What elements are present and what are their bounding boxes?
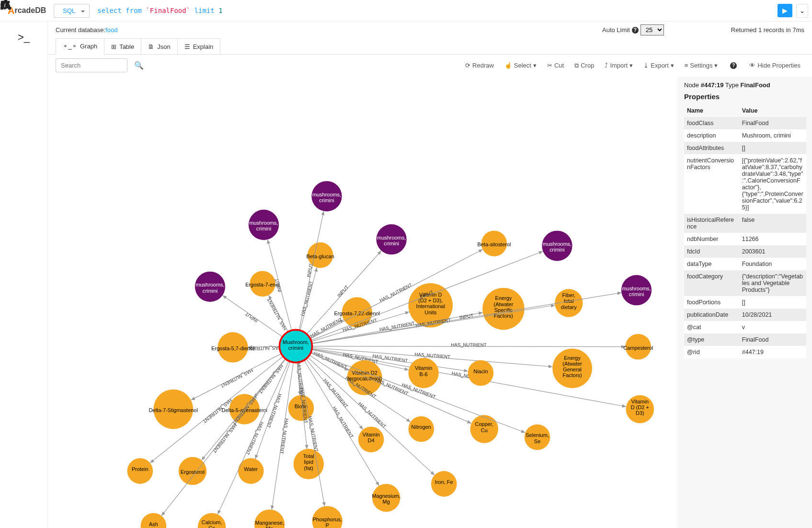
graph-node[interactable] — [431, 471, 457, 497]
graph-node[interactable] — [311, 181, 342, 211]
upload-icon: ⤴ — [605, 62, 608, 69]
property-row: foodPortions[] — [684, 296, 806, 309]
graph-node[interactable] — [468, 360, 494, 386]
graph-icon: ⚬⎯⚬ — [63, 43, 77, 50]
property-name: foodAttributes — [684, 142, 739, 154]
search-button[interactable]: 🔍 — [130, 59, 148, 72]
graph-node[interactable] — [481, 230, 507, 256]
graph-node[interactable] — [552, 348, 592, 388]
status-row: Current database: food Auto Limit ? 25 R… — [48, 22, 812, 38]
graph-canvas[interactable]: HAS_NUTRIENTBeta-glucanHAS_NUTRIENTErgos… — [48, 77, 678, 528]
property-value: 2003601 — [739, 245, 806, 258]
property-name: @cat — [684, 321, 739, 333]
language-select[interactable]: SQL — [54, 4, 90, 18]
view-tabs: ⚬⎯⚬Graph ⊞Table 🗎Json ☰Explain — [48, 38, 812, 55]
graph-node[interactable] — [376, 224, 406, 254]
graph-node[interactable] — [198, 513, 226, 528]
property-name: fdcId — [684, 245, 739, 258]
svg-text:INPUT: INPUT — [459, 313, 474, 321]
cut-button[interactable]: ✂Cut — [543, 60, 568, 71]
property-value: Mushroom, crimini — [739, 129, 806, 142]
tab-explain[interactable]: ☰Explain — [178, 38, 221, 55]
autolimit-select[interactable]: 25 — [640, 24, 664, 35]
property-value: false — [739, 214, 806, 233]
tab-json[interactable]: 🗎Json — [141, 38, 177, 55]
sliders-icon: ≡ — [685, 62, 688, 69]
property-name: nutrientConversionFactors — [684, 154, 739, 214]
svg-text:HAS_NUTRIENT: HAS_NUTRIENT — [220, 368, 254, 389]
node-heading: Node #447:19 Type FinalFood — [684, 81, 806, 89]
property-value: {"description":"Vegetables and Vegetable… — [739, 270, 806, 296]
settings-button[interactable]: ≡Settings ▾ — [681, 60, 722, 71]
graph-node[interactable] — [141, 513, 167, 528]
run-options-caret[interactable]: ⌄ — [796, 4, 808, 18]
graph-node[interactable] — [621, 275, 652, 305]
download-icon: ⤓ — [643, 62, 649, 69]
graph-node-selected[interactable] — [279, 330, 312, 362]
graph-node[interactable] — [408, 358, 438, 388]
property-row: dataTypeFoundation — [684, 258, 806, 270]
terminal-icon[interactable]: >_ — [18, 31, 30, 44]
property-name: foodClass — [684, 117, 739, 129]
refresh-icon: ⟳ — [465, 62, 470, 69]
property-value: #447:19 — [739, 346, 806, 358]
property-name: @rid — [684, 346, 739, 358]
property-row: nutrientConversionFactors[{"proteinValue… — [684, 154, 806, 214]
export-button[interactable]: ⤓Export ▾ — [640, 60, 678, 71]
graph-node[interactable] — [542, 230, 572, 261]
graph-node[interactable] — [358, 427, 384, 453]
crop-icon: ⧉ — [574, 62, 579, 69]
scissors-icon: ✂ — [547, 62, 552, 69]
graph-node[interactable] — [217, 332, 248, 362]
graph-node[interactable] — [250, 271, 275, 297]
query-editor[interactable]: select from `FinalFood` limit 1 — [93, 3, 774, 18]
graph-node[interactable] — [153, 390, 193, 429]
graph-node[interactable] — [482, 288, 525, 330]
autolimit-label: Auto Limit — [602, 26, 630, 34]
select-button[interactable]: ☝Select ▾ — [501, 60, 540, 71]
result-status: Returned 1 records in 7ms — [731, 26, 804, 34]
graph-node[interactable] — [525, 425, 550, 450]
property-row: publicationDate10/28/2021 — [684, 309, 806, 321]
graph-node[interactable] — [408, 416, 434, 442]
help-icon: ? — [730, 62, 737, 69]
graph-node[interactable] — [254, 509, 285, 528]
tab-table[interactable]: ⊞Table — [104, 38, 141, 55]
graph-node[interactable] — [372, 484, 400, 512]
graph-node[interactable] — [179, 457, 206, 485]
topbar: ArcadeDB SQL select from `FinalFood` lim… — [0, 0, 812, 22]
graph-node[interactable] — [470, 415, 498, 443]
graph-node[interactable] — [195, 272, 225, 302]
svg-text:INPUT: INPUT — [244, 311, 259, 324]
current-db-label: Current database: — [56, 26, 105, 34]
property-value: FinalFood — [739, 333, 806, 346]
graph-node[interactable] — [249, 210, 279, 240]
svg-text:HAS_NUTRIENT: HAS_NUTRIENT — [451, 342, 487, 347]
property-name: ndbNumber — [684, 233, 739, 245]
property-row: isHistoricalReferencefalse — [684, 214, 806, 233]
graph-node[interactable] — [312, 506, 343, 528]
graph-node[interactable] — [625, 334, 651, 360]
graph-node[interactable] — [127, 458, 153, 484]
graph-node[interactable] — [626, 395, 654, 423]
th-name: Name — [684, 104, 739, 117]
hide-properties-button[interactable]: 👁Hide Properties — [745, 60, 804, 71]
property-row: ndbNumber11266 — [684, 233, 806, 245]
run-button[interactable]: ▶ — [778, 4, 792, 17]
svg-text:HAS_NUTRIENT: HAS_NUTRIENT — [245, 421, 264, 456]
current-db-name[interactable]: food — [105, 26, 117, 34]
help-icon[interactable]: ? — [632, 27, 639, 34]
redraw-button[interactable]: ⟳Redraw — [461, 60, 498, 71]
import-button[interactable]: ⤴Import ▾ — [601, 60, 637, 71]
svg-text:INPUT: INPUT — [274, 278, 282, 293]
svg-text:HAS_NUTRIENT: HAS_NUTRIENT — [212, 423, 238, 454]
graph-node[interactable] — [294, 449, 324, 479]
property-name: @type — [684, 333, 739, 346]
svg-text:HAS_NUTRIENT: HAS_NUTRIENT — [378, 282, 412, 303]
search-input[interactable] — [56, 58, 127, 72]
chevron-down-icon: ▾ — [671, 62, 674, 69]
properties-table: NameValue foodClassFinalFooddescriptionM… — [684, 104, 806, 358]
help-button[interactable]: ? — [724, 60, 743, 71]
tab-graph[interactable]: ⚬⎯⚬Graph — [56, 38, 104, 55]
crop-button[interactable]: ⧉Crop — [571, 60, 598, 71]
